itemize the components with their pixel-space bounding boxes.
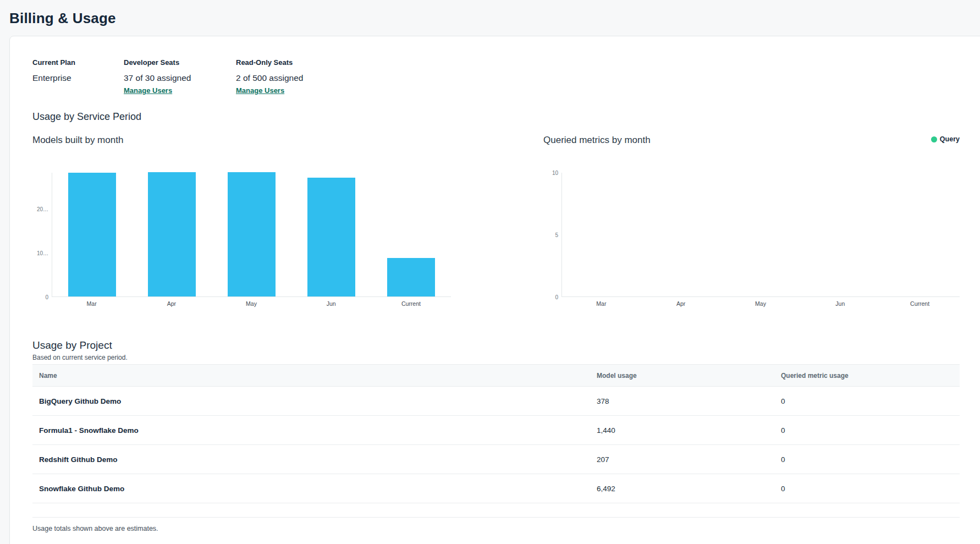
bar-slot — [562, 173, 642, 296]
developer-seats-column: Developer Seats 37 of 30 assigned Manage… — [124, 58, 210, 95]
x-axis-label-apr: Apr — [641, 300, 721, 307]
x-axis-label-may: May — [721, 300, 801, 307]
manage-users-link-developer[interactable]: Manage Users — [124, 86, 172, 95]
column-header-queried-metric-usage: Queried metric usage — [781, 365, 960, 387]
y-axis-tick-label: 10 — [552, 170, 558, 176]
page-title: Billing & Usage — [9, 10, 980, 27]
manage-users-link-readonly[interactable]: Manage Users — [236, 86, 284, 95]
usage-by-project-section: Usage by Project Based on current servic… — [32, 339, 960, 534]
table-header-row: Name Model usage Queried metric usage — [32, 365, 960, 387]
x-axis-label-apr: Apr — [131, 300, 211, 307]
bar-slot — [212, 173, 291, 296]
bar-slot — [132, 173, 212, 296]
usage-estimates-footnote: Usage totals shown above are estimates. — [32, 524, 960, 534]
x-axis-label-current: Current — [880, 300, 960, 307]
y-axis: 0510 — [543, 173, 561, 297]
table-row: BigQuery Github Demo 378 0 — [32, 387, 960, 416]
developer-seats-value: 37 of 30 assigned — [124, 73, 210, 83]
x-axis-labels: MarAprMayJunCurrent — [52, 297, 451, 307]
y-axis-tick-label: 0 — [45, 294, 48, 300]
readonly-seats-label: Read-Only Seats — [236, 58, 322, 67]
model-usage-value: 378 — [597, 387, 781, 416]
project-name: Redshift Github Demo — [32, 445, 597, 474]
x-axis-label-jun: Jun — [800, 300, 880, 307]
queried-metric-usage-value: 0 — [781, 474, 960, 503]
legend-item-query[interactable]: Query — [931, 135, 960, 143]
bar-slot — [801, 173, 880, 296]
plan-summary: Current Plan Enterprise Developer Seats … — [32, 58, 960, 95]
usage-by-service-period-heading: Usage by Service Period — [32, 111, 960, 123]
x-axis-label-jun: Jun — [291, 300, 371, 307]
current-plan-value: Enterprise — [32, 73, 97, 83]
chart-title-models-built: Models built by month — [32, 134, 123, 146]
project-name: Formula1 - Snowflake Demo — [32, 416, 597, 445]
y-axis: 010…20… — [32, 173, 52, 297]
usage-by-project-subtitle: Based on current service period. — [32, 354, 960, 362]
bar-mar[interactable] — [68, 173, 116, 296]
model-usage-value: 207 — [597, 445, 781, 474]
readonly-seats-value: 2 of 500 assigned — [236, 73, 322, 83]
bar-slot — [52, 173, 132, 296]
y-axis-tick-label: 5 — [555, 232, 558, 238]
column-header-model-usage: Model usage — [597, 365, 781, 387]
x-axis-label-may: May — [211, 300, 291, 307]
readonly-seats-column: Read-Only Seats 2 of 500 assigned Manage… — [236, 58, 322, 95]
chart-title-queried-metrics: Queried metrics by month — [543, 134, 651, 146]
plot-area — [52, 173, 451, 297]
model-usage-value: 6,492 — [597, 474, 781, 503]
projects-table: Name Model usage Queried metric usage Bi… — [32, 364, 960, 503]
bar-slot — [371, 173, 451, 296]
charts-row: Models built by month 010…20… MarAprMayJ… — [32, 134, 960, 307]
usage-by-project-heading: Usage by Project — [32, 339, 960, 352]
bar-apr[interactable] — [148, 172, 196, 296]
table-row: Redshift Github Demo 207 0 — [32, 445, 960, 474]
model-usage-value: 1,440 — [597, 416, 781, 445]
developer-seats-label: Developer Seats — [124, 58, 210, 67]
y-axis-tick-label: 0 — [555, 294, 558, 300]
x-axis-labels: MarAprMayJunCurrent — [561, 297, 960, 307]
bar-current[interactable] — [387, 258, 435, 296]
y-axis-tick-label: 10… — [37, 250, 48, 256]
bar-may[interactable] — [228, 172, 276, 296]
queried-metric-usage-value: 0 — [781, 387, 960, 416]
x-axis-label-mar: Mar — [561, 300, 641, 307]
queried-metric-usage-value: 0 — [781, 445, 960, 474]
current-plan-label: Current Plan — [32, 58, 97, 67]
page-header: Billing & Usage — [0, 0, 980, 36]
legend-query-dot-icon — [931, 136, 937, 142]
bar-slot — [880, 173, 960, 296]
bar-slot — [721, 173, 801, 296]
bar-jun[interactable] — [307, 178, 355, 296]
bar-slot — [642, 173, 722, 296]
chart-models-built-by-month: Models built by month 010…20… MarAprMayJ… — [32, 134, 451, 307]
table-row: Snowflake Github Demo 6,492 0 — [32, 474, 960, 503]
column-header-name: Name — [32, 365, 597, 387]
current-plan-column: Current Plan Enterprise — [32, 58, 97, 95]
bar-slot — [291, 173, 371, 296]
chart-queried-metrics-by-month: Queried metrics by month Query 0510 MarA… — [519, 134, 960, 307]
x-axis-label-mar: Mar — [52, 300, 131, 307]
section-divider — [32, 517, 960, 518]
y-axis-tick-label: 20… — [37, 206, 48, 212]
x-axis-label-current: Current — [371, 300, 451, 307]
legend-query-label: Query — [940, 135, 960, 143]
table-row: Formula1 - Snowflake Demo 1,440 0 — [32, 416, 960, 445]
queried-metric-usage-value: 0 — [781, 416, 960, 445]
billing-card: Current Plan Enterprise Developer Seats … — [9, 36, 980, 544]
project-name: Snowflake Github Demo — [32, 474, 597, 503]
project-name: BigQuery Github Demo — [32, 387, 597, 416]
plot-area — [561, 173, 960, 297]
